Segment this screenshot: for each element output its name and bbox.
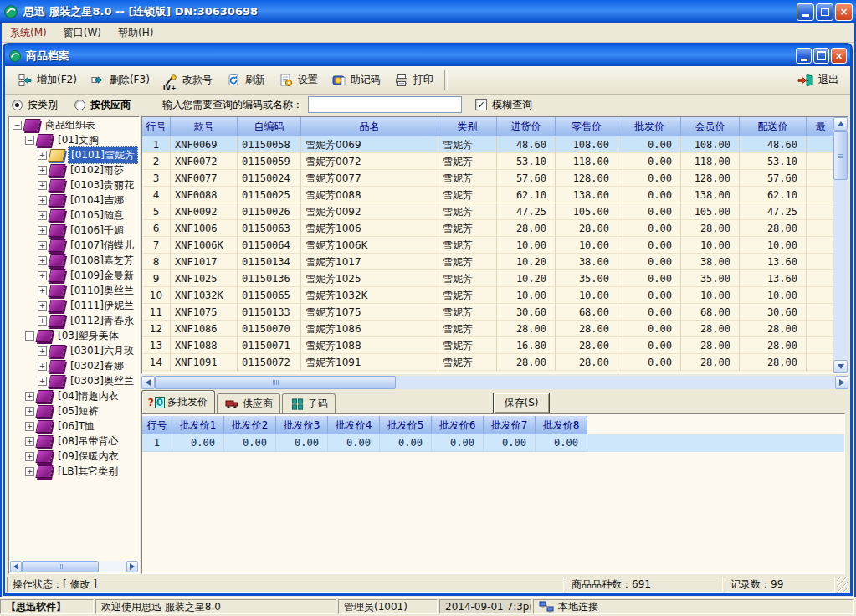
table-cell[interactable]: 108.00 [681, 136, 740, 153]
table-cell[interactable]: 28.00 [681, 354, 740, 371]
expand-icon[interactable]: + [25, 392, 34, 401]
tab-supplier[interactable]: 供应商 [217, 393, 280, 413]
table-cell[interactable]: 108.00 [556, 136, 618, 153]
table-cell[interactable]: 0.00 [618, 321, 681, 337]
table-cell[interactable]: 28.00 [556, 354, 618, 371]
table-cell[interactable] [807, 287, 835, 304]
table-cell[interactable]: 53.10 [740, 153, 807, 170]
table-cell[interactable]: 105.00 [681, 203, 740, 220]
table-cell[interactable]: 雪妮芳0088 [301, 187, 438, 203]
wholesale-column-header[interactable]: 批发价2 [224, 416, 276, 434]
tree-item[interactable]: +[0303]奥丝兰 [9, 373, 139, 388]
table-cell[interactable]: 138.00 [681, 187, 740, 203]
doc-maximize-button[interactable] [813, 48, 829, 64]
menu-window[interactable]: 窗口(W) [55, 24, 110, 42]
table-cell[interactable]: 雪妮芳 [438, 254, 497, 270]
tree-item[interactable]: +[09]保暖内衣 [9, 449, 139, 464]
table-cell[interactable]: 28.00 [497, 354, 556, 371]
table-cell[interactable]: 雪妮芳0077 [301, 170, 438, 187]
tree-horizontal-scrollbar[interactable] [10, 561, 138, 572]
wholesale-cell[interactable]: 0.00 [380, 434, 432, 452]
column-header[interactable]: 自编码 [238, 117, 301, 136]
expand-icon[interactable]: + [38, 151, 47, 160]
table-row[interactable]: 1XNF006901150058雪妮芳0069雪妮芳48.60108.000.0… [142, 136, 835, 153]
tab-subcode[interactable]: 子码 [282, 393, 336, 413]
table-cell[interactable]: 28.00 [740, 220, 807, 237]
table-cell[interactable]: 雪妮芳 [438, 237, 497, 254]
table-cell[interactable]: 雪妮芳1006K [301, 237, 438, 254]
table-cell[interactable]: 0.00 [618, 270, 681, 287]
tree-item[interactable]: +[0301]六月玫 [9, 343, 139, 358]
table-cell[interactable] [807, 220, 835, 237]
tree-item[interactable]: +[0108]嘉芝芳 [9, 253, 139, 268]
wholesale-row[interactable]: 10.000.000.000.000.000.000.000.00 [142, 434, 844, 452]
table-cell[interactable]: 雪妮芳1032K [301, 287, 438, 304]
table-cell[interactable]: XNF0077 [171, 170, 238, 187]
table-cell[interactable]: 雪妮芳1075 [301, 304, 438, 321]
tree-item-label[interactable]: [0111]伊妮兰 [68, 298, 136, 314]
wholesale-column-header[interactable]: 批发价1 [172, 416, 224, 434]
table-row[interactable]: 11XNF107501150133雪妮芳1075雪妮芳30.6068.000.0… [142, 304, 835, 321]
table-cell[interactable]: 10.00 [556, 287, 618, 304]
add-button[interactable]: 增加(F2) [10, 68, 83, 93]
table-cell[interactable]: 13.60 [740, 270, 807, 287]
table-cell[interactable]: 28.00 [740, 321, 807, 337]
table-cell[interactable]: 0.00 [618, 187, 681, 203]
table-cell[interactable]: 01150026 [238, 203, 301, 220]
tree-item-label[interactable]: [0301]六月玫 [68, 343, 136, 359]
table-cell[interactable]: 10.00 [556, 237, 618, 254]
table-cell[interactable]: 128.00 [556, 170, 618, 187]
table-cell[interactable]: 9 [142, 270, 171, 287]
tree-item-label[interactable]: [0112]青春永 [68, 313, 136, 329]
table-cell[interactable]: 0.00 [618, 203, 681, 220]
table-cell[interactable]: 雪妮芳 [438, 287, 497, 304]
tree-item[interactable]: +[04]情趣内衣 [9, 388, 139, 403]
expand-icon[interactable]: + [38, 362, 47, 371]
table-cell[interactable]: 01150070 [238, 321, 301, 337]
column-header[interactable]: 款号 [171, 117, 238, 136]
table-cell[interactable]: 0.00 [618, 153, 681, 170]
table-cell[interactable]: 0.00 [618, 220, 681, 237]
mnemonic-button[interactable]: 助记码 [324, 68, 387, 93]
table-cell[interactable]: 雪妮芳 [438, 354, 497, 371]
table-cell[interactable]: 28.00 [681, 220, 740, 237]
menu-system[interactable]: 系统(M) [2, 24, 55, 42]
table-cell[interactable]: 01150133 [238, 304, 301, 321]
expand-icon[interactable]: + [38, 377, 47, 386]
table-cell[interactable]: 雪妮芳 [438, 170, 497, 187]
refresh-button[interactable]: 刷新 [218, 68, 271, 93]
expand-icon[interactable]: + [38, 211, 47, 220]
table-cell[interactable]: 01150024 [238, 170, 301, 187]
table-cell[interactable]: 47.25 [740, 203, 807, 220]
table-cell[interactable]: 62.10 [497, 187, 556, 203]
table-cell[interactable]: 01150071 [238, 337, 301, 354]
table-cell[interactable]: 30.60 [740, 304, 807, 321]
column-header[interactable]: 类别 [438, 117, 497, 136]
menu-help[interactable]: 帮助(H) [110, 24, 161, 42]
table-cell[interactable]: 0.00 [618, 337, 681, 354]
table-horizontal-scrollbar[interactable] [141, 376, 848, 389]
table-cell[interactable]: 01150072 [238, 354, 301, 371]
vertical-scroll-thumb[interactable] [833, 131, 848, 180]
table-cell[interactable]: 62.10 [740, 187, 807, 203]
collapse-icon[interactable]: − [25, 331, 34, 341]
expand-icon[interactable]: + [38, 271, 47, 280]
restore-button[interactable] [816, 3, 833, 21]
tree-item[interactable]: −[01]文胸 [9, 132, 139, 147]
table-cell[interactable]: XNF1006K [171, 237, 238, 254]
table-cell[interactable]: 128.00 [681, 170, 740, 187]
table-cell[interactable] [807, 337, 835, 354]
table-cell[interactable] [807, 203, 835, 220]
table-cell[interactable]: 雪妮芳 [438, 220, 497, 237]
search-input[interactable] [308, 96, 462, 113]
table-cell[interactable]: 5 [142, 203, 171, 220]
table-cell[interactable]: 28.00 [556, 321, 618, 337]
table-cell[interactable]: 8 [142, 254, 171, 270]
table-cell[interactable]: 雪妮芳1086 [301, 321, 438, 337]
expand-icon[interactable]: + [38, 241, 47, 250]
column-header[interactable]: 进货价 [497, 117, 556, 136]
tree-item-label[interactable]: [0101]雪妮芳 [68, 146, 138, 164]
table-cell[interactable]: 53.10 [497, 153, 556, 170]
table-cell[interactable] [807, 254, 835, 270]
table-row[interactable]: 14XNF109101150072雪妮芳1091雪妮芳28.0028.000.0… [142, 354, 835, 371]
